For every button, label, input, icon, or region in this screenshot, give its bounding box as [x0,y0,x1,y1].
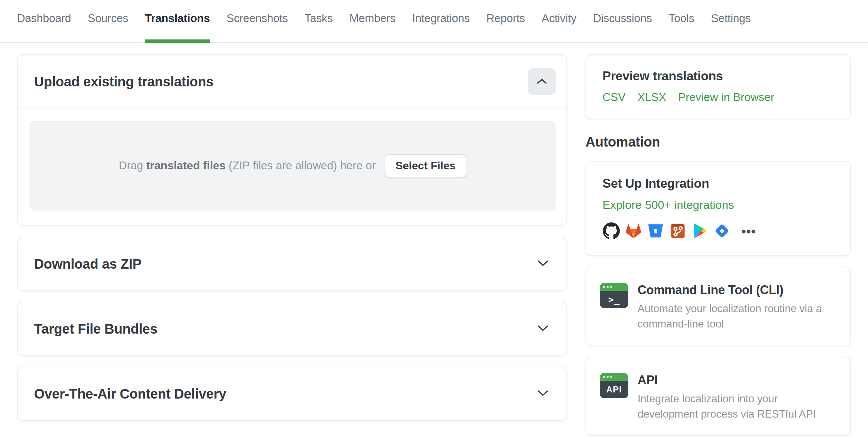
tab-integrations[interactable]: Integrations [412,12,470,42]
automation-heading: Automation [585,134,851,150]
over-the-air-title: Over-The-Air Content Delivery [34,386,226,402]
tab-dashboard[interactable]: Dashboard [17,12,71,42]
chevron-down-icon[interactable] [537,325,549,333]
git-icon[interactable] [669,222,687,240]
tab-members[interactable]: Members [350,12,396,42]
chevron-up-icon [537,78,547,85]
upload-card-title: Upload existing translations [34,74,213,89]
target-file-bundles-card[interactable]: Target File Bundles [17,302,567,356]
tab-translations[interactable]: Translations [145,12,210,42]
terminal-icon-titlebar [600,283,628,291]
api-card-text: API Integrate localization into your dev… [638,373,837,422]
preview-xlsx-link[interactable]: XLSX [638,91,666,104]
cli-tool-title: Command Line Tool (CLI) [638,283,837,297]
project-nav: Dashboard Sources Translations Screensho… [0,0,868,43]
bitbucket-icon[interactable] [647,222,664,240]
api-card-description: Integrate localization into your develop… [638,391,837,422]
chevron-down-icon[interactable] [537,260,549,268]
file-dropzone[interactable]: Drag translated files (ZIP files are all… [30,121,556,210]
cli-tool-card[interactable]: >_ Command Line Tool (CLI) Automate your… [585,267,851,346]
integration-icons-row [602,222,834,240]
upload-translations-card: Upload existing translations Drag transl… [17,54,567,226]
api-icon-label: API [600,381,628,398]
tab-activity[interactable]: Activity [542,12,576,42]
more-integrations-icon[interactable] [739,222,758,240]
jira-icon[interactable] [713,222,731,240]
preview-translations-title: Preview translations [602,69,834,83]
dropzone-hint-text: Drag translated files (ZIP files are all… [119,159,376,172]
download-as-zip-card[interactable]: Download as ZIP [17,237,567,291]
preview-links: CSV XLSX Preview in Browser [602,91,834,104]
google-play-icon[interactable] [691,222,709,240]
download-as-zip-title: Download as ZIP [34,256,142,272]
dropzone-hint-bold: translated files [146,159,226,172]
upload-card-body: Drag translated files (ZIP files are all… [18,109,566,225]
terminal-icon: >_ [600,283,628,308]
target-file-bundles-title: Target File Bundles [34,321,158,337]
select-files-button[interactable]: Select Files [385,154,466,178]
chevron-down-icon[interactable] [537,390,549,398]
terminal-icon-prompt: >_ [600,291,628,308]
set-up-integration-card: Set Up Integration Explore 500+ integrat… [585,161,851,256]
cli-tool-text: Command Line Tool (CLI) Automate your lo… [638,283,837,332]
tab-sources[interactable]: Sources [88,12,128,42]
translations-sidebar: Preview translations CSV XLSX Preview in… [585,54,851,436]
gitlab-icon[interactable] [625,222,642,240]
api-card[interactable]: API API Integrate localization into your… [585,357,851,436]
preview-in-browser-link[interactable]: Preview in Browser [678,91,774,104]
explore-integrations-link[interactable]: Explore 500+ integrations [602,198,734,212]
api-icon: API [600,373,628,398]
github-icon[interactable] [602,222,620,240]
preview-csv-link[interactable]: CSV [602,91,626,104]
translations-main-panel: Upload existing translations Drag transl… [17,54,567,421]
set-up-integration-title: Set Up Integration [602,176,834,191]
collapse-upload-button[interactable] [528,68,556,95]
tab-tasks[interactable]: Tasks [305,12,333,42]
tab-screenshots[interactable]: Screenshots [227,12,288,42]
tab-tools[interactable]: Tools [669,12,694,42]
api-icon-titlebar [600,373,628,381]
over-the-air-card[interactable]: Over-The-Air Content Delivery [17,367,567,421]
tab-reports[interactable]: Reports [486,12,525,42]
upload-card-header: Upload existing translations [18,55,566,109]
tab-settings[interactable]: Settings [711,12,751,42]
api-card-title: API [638,373,837,387]
preview-translations-card: Preview translations CSV XLSX Preview in… [585,54,851,119]
cli-tool-description: Automate your localization routine via a… [638,301,837,332]
tab-discussions[interactable]: Discussions [593,12,652,42]
